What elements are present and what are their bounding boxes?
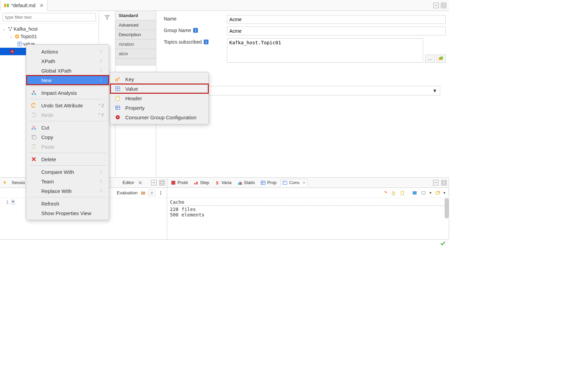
console-output[interactable]: Cache 228 files 500 elements	[167, 198, 449, 239]
section-tab-advanced[interactable]: Advanced	[115, 20, 156, 30]
evaluation-label: Evaluation	[117, 190, 138, 195]
lock-icon[interactable]	[390, 190, 397, 196]
svg-rect-30	[172, 181, 175, 184]
svg-rect-45	[443, 181, 445, 184]
consumer-group-icon	[115, 115, 122, 120]
bottom-right-panel: Probl Step $Varia Statis Prop Cons ▼ + ▼…	[167, 178, 449, 239]
doc-icon[interactable]	[399, 190, 406, 196]
pin-icon[interactable]	[411, 190, 418, 196]
redo-icon	[31, 112, 38, 118]
svg-rect-18	[440, 57, 443, 59]
group-input[interactable]	[227, 27, 446, 35]
menu-delete[interactable]: Delete	[26, 154, 109, 164]
editor-text: *	[11, 199, 15, 205]
svg-point-27	[160, 191, 161, 192]
name-input[interactable]	[227, 15, 446, 24]
clear-icon[interactable]	[381, 190, 388, 196]
svg-rect-5	[442, 4, 445, 7]
submenu-header[interactable]: Header	[110, 93, 208, 103]
svg-rect-31	[194, 183, 196, 184]
menu-compare[interactable]: Compare With〉	[26, 167, 109, 177]
chevron-down-icon[interactable]: ▼	[443, 191, 446, 195]
menu-cut[interactable]: Cut	[26, 123, 109, 132]
step-tab[interactable]: Step	[192, 179, 211, 186]
minimize-button[interactable]	[433, 3, 439, 8]
svg-rect-0	[4, 4, 6, 7]
svg-line-73	[119, 78, 119, 79]
submenu-key[interactable]: Key	[110, 74, 208, 84]
session-tab[interactable]: Sessio	[10, 179, 26, 186]
impact-icon	[31, 90, 38, 95]
library-icon[interactable]	[140, 190, 146, 196]
menu-impact-analysis[interactable]: Impact Analysis	[26, 88, 109, 97]
menu-new[interactable]: New〉	[26, 75, 109, 85]
section-tab-partial1[interactable]: nization	[115, 40, 156, 49]
caret-icon: ⌄	[10, 35, 14, 39]
svg-rect-67	[32, 145, 35, 149]
console-tab[interactable]: Cons	[280, 179, 307, 186]
svg-point-16	[11, 50, 13, 52]
editor-tab[interactable]: Editor	[121, 179, 135, 186]
section-tab-standard[interactable]: Standard	[115, 11, 156, 20]
panel-minimize-button[interactable]	[151, 180, 157, 185]
menu-paste: Paste	[26, 142, 109, 151]
section-tab-partial2[interactable]: alize	[115, 49, 156, 59]
info-icon[interactable]: i	[193, 28, 198, 33]
status-bar	[0, 239, 449, 247]
info-icon[interactable]: i	[204, 40, 208, 44]
menu-xpath[interactable]: XPath〉	[26, 56, 109, 66]
close-icon[interactable]	[302, 181, 306, 184]
submenu-property[interactable]: Property	[110, 103, 208, 112]
variables-tab[interactable]: $Varia	[213, 179, 233, 186]
svg-point-62	[34, 128, 36, 130]
menu-global-xpath[interactable]: Global XPath〉	[26, 66, 109, 75]
step-icon	[193, 180, 199, 185]
menu-refresh[interactable]: Refresh	[26, 199, 109, 208]
diamond-icon[interactable]	[148, 190, 155, 196]
close-tab-icon[interactable]	[40, 3, 44, 7]
md-file-icon	[4, 3, 9, 8]
menu-replace[interactable]: Replace With〉	[26, 186, 109, 196]
svg-point-61	[32, 128, 33, 130]
section-tab-description[interactable]: Description	[115, 30, 156, 40]
display-icon[interactable]	[420, 190, 427, 196]
tree-root[interactable]: ⌄ Kafka_host	[0, 25, 99, 33]
paste-icon	[31, 144, 38, 149]
submenu-value[interactable]: Value	[110, 84, 208, 93]
svg-point-51	[415, 191, 417, 193]
panel-minimize-button[interactable]	[433, 180, 438, 185]
chevron-right-icon: 〉	[100, 49, 104, 55]
more-button[interactable]: ...	[425, 55, 435, 63]
section-tab-blank[interactable]	[115, 59, 156, 65]
panel-maximize-button[interactable]	[159, 180, 165, 185]
menu-show-properties[interactable]: Show Properties View	[26, 208, 109, 218]
properties-tab[interactable]: Prop	[259, 179, 278, 186]
menu-undo[interactable]: Undo Set Attribute⌃Z	[26, 101, 109, 110]
menu-copy[interactable]: Copy	[26, 132, 109, 142]
check-icon	[440, 241, 446, 246]
chevron-right-icon: 〉	[100, 188, 104, 194]
problems-tab[interactable]: Probl	[169, 179, 189, 186]
editor-tab[interactable]: *default.md	[0, 0, 47, 11]
scrollbar-thumb[interactable]	[445, 198, 449, 218]
menu-actions[interactable]: Actions〉	[26, 47, 109, 56]
chevron-down-icon[interactable]: ▼	[429, 191, 432, 195]
delete-icon	[31, 156, 38, 162]
menu-team[interactable]: Team〉	[26, 177, 109, 186]
kebab-icon[interactable]	[157, 190, 164, 196]
tree-filter-input[interactable]	[3, 13, 96, 21]
topics-label: Topics subscribedi	[164, 38, 227, 45]
panel-maximize-button[interactable]	[441, 180, 447, 185]
svg-rect-32	[196, 182, 198, 184]
submenu-consumer-group[interactable]: Consumer Group Configuration	[110, 112, 208, 122]
statistics-tab[interactable]: Statis	[236, 179, 257, 186]
console-line: 500 elements	[170, 212, 446, 217]
tree-topic[interactable]: ⌄ Topic01	[0, 33, 99, 40]
maximize-button[interactable]	[441, 3, 446, 8]
topic-browse-button[interactable]	[436, 55, 446, 63]
funnel-icon[interactable]	[104, 14, 110, 20]
close-icon[interactable]	[138, 181, 142, 185]
new-console-icon[interactable]: +	[434, 190, 441, 196]
topics-input[interactable]: Kafka_host.Topic01	[227, 38, 423, 63]
svg-rect-23	[141, 192, 142, 195]
